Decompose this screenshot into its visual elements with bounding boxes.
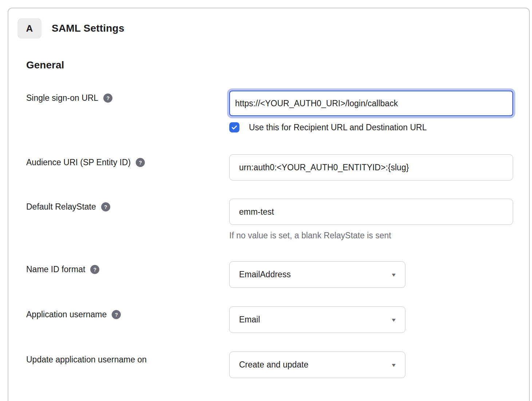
saml-settings-form: Single sign-on URL ? Use this for Recipi… <box>26 90 529 378</box>
update-application-username-on-value: Create and update <box>239 360 309 370</box>
default-relaystate-label-cell: Default RelayState ? <box>26 199 229 212</box>
audience-uri-label-cell: Audience URI (SP Entity ID) ? <box>26 154 229 167</box>
update-application-username-on-select[interactable]: Create and update ▼ <box>229 352 405 378</box>
update-application-username-on-label: Update application username on <box>26 355 147 365</box>
single-sign-on-url-label-cell: Single sign-on URL ? <box>26 90 229 103</box>
saml-settings-panel: A SAML Settings General Single sign-on U… <box>8 8 530 401</box>
recipient-url-checkbox[interactable] <box>229 122 239 132</box>
field-row-application-username: Application username ? Email ▼ <box>26 306 529 333</box>
name-id-format-label-cell: Name ID format ? <box>26 261 229 274</box>
help-icon[interactable]: ? <box>136 158 145 167</box>
field-row-single-sign-on-url: Single sign-on URL ? Use this for Recipi… <box>26 90 529 132</box>
application-username-select[interactable]: Email ▼ <box>229 306 405 333</box>
recipient-url-checkbox-label: Use this for Recipient URL and Destinati… <box>249 123 427 132</box>
audience-uri-input[interactable] <box>229 154 513 180</box>
application-username-value: Email <box>239 315 260 325</box>
help-icon[interactable]: ? <box>101 202 110 211</box>
name-id-format-select[interactable]: EmailAddress ▼ <box>229 261 405 288</box>
help-icon[interactable]: ? <box>103 94 112 103</box>
default-relaystate-input[interactable] <box>229 199 513 225</box>
check-mark-icon <box>231 124 238 131</box>
name-id-format-value: EmailAddress <box>239 270 291 279</box>
section-badge-letter: A <box>26 23 33 34</box>
field-row-audience-uri: Audience URI (SP Entity ID) ? <box>26 154 529 180</box>
field-row-update-application-username-on: Update application username on Create an… <box>26 352 529 378</box>
chevron-down-icon: ▼ <box>390 272 397 278</box>
panel-title: SAML Settings <box>52 23 124 34</box>
default-relaystate-helper-text: If no value is set, a blank RelayState i… <box>229 231 529 241</box>
application-username-label-cell: Application username ? <box>26 306 229 319</box>
section-badge: A <box>17 18 41 39</box>
single-sign-on-url-label: Single sign-on URL <box>26 93 98 103</box>
section-heading-general: General <box>26 59 529 71</box>
application-username-label: Application username <box>26 310 107 319</box>
recipient-url-checkbox-row: Use this for Recipient URL and Destinati… <box>229 122 529 132</box>
panel-header: A SAML Settings <box>17 18 529 39</box>
chevron-down-icon: ▼ <box>390 362 397 368</box>
audience-uri-label: Audience URI (SP Entity ID) <box>26 158 131 167</box>
name-id-format-label: Name ID format <box>26 265 85 274</box>
help-icon[interactable]: ? <box>90 265 99 274</box>
single-sign-on-url-input[interactable] <box>229 91 513 116</box>
default-relaystate-label: Default RelayState <box>26 202 96 212</box>
chevron-down-icon: ▼ <box>390 317 397 323</box>
field-row-name-id-format: Name ID format ? EmailAddress ▼ <box>26 261 529 288</box>
update-application-username-on-label-cell: Update application username on <box>26 352 229 365</box>
help-icon[interactable]: ? <box>112 310 121 319</box>
field-row-default-relaystate: Default RelayState ? If no value is set,… <box>26 199 529 241</box>
